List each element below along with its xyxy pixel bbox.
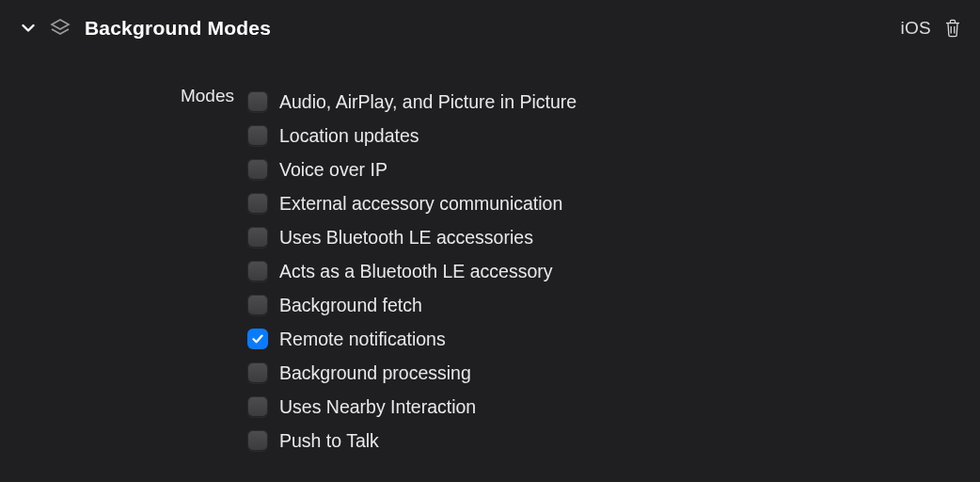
- mode-label: Remote notifications: [279, 329, 446, 350]
- mode-row: Remote notifications: [247, 322, 577, 356]
- mode-label: Acts as a Bluetooth LE accessory: [279, 261, 552, 282]
- mode-checkbox[interactable]: [247, 261, 268, 281]
- platform-tag: iOS: [900, 18, 931, 39]
- mode-checkbox[interactable]: [247, 295, 268, 315]
- mode-row: Background fetch: [247, 288, 577, 322]
- mode-row: External accessory communication: [247, 186, 577, 220]
- mode-label: Voice over IP: [279, 159, 387, 181]
- mode-checkbox[interactable]: [247, 193, 268, 214]
- disclosure-toggle[interactable]: [21, 22, 36, 35]
- mode-label: Uses Nearby Interaction: [279, 396, 476, 418]
- mode-row: Audio, AirPlay, and Picture in Picture: [247, 85, 577, 119]
- capability-icon: [49, 17, 71, 40]
- mode-label: Push to Talk: [279, 430, 379, 452]
- mode-checkbox[interactable]: [247, 159, 268, 180]
- mode-checkbox[interactable]: [247, 91, 268, 112]
- modes-list: Audio, AirPlay, and Picture in PictureLo…: [247, 85, 577, 458]
- capability-header: Background Modes iOS: [0, 0, 980, 49]
- mode-checkbox[interactable]: [247, 227, 268, 248]
- layers-icon: [49, 17, 71, 40]
- trash-icon: [944, 19, 961, 38]
- mode-label: Uses Bluetooth LE accessories: [279, 227, 533, 249]
- mode-row: Uses Bluetooth LE accessories: [247, 220, 577, 254]
- mode-row: Push to Talk: [247, 424, 577, 458]
- mode-label: Audio, AirPlay, and Picture in Picture: [279, 91, 577, 113]
- capability-title: Background Modes: [85, 17, 271, 40]
- mode-label: Background fetch: [279, 295, 422, 316]
- mode-checkbox[interactable]: [247, 329, 268, 349]
- mode-checkbox[interactable]: [247, 362, 268, 383]
- capability-content: Modes Audio, AirPlay, and Picture in Pic…: [0, 49, 980, 458]
- mode-label: External accessory communication: [279, 193, 562, 215]
- modes-section-label: Modes: [0, 85, 247, 458]
- mode-checkbox[interactable]: [247, 430, 268, 451]
- mode-row: Acts as a Bluetooth LE accessory: [247, 254, 577, 288]
- mode-checkbox[interactable]: [247, 396, 268, 417]
- mode-row: Location updates: [247, 119, 577, 153]
- delete-capability-button[interactable]: [942, 18, 963, 39]
- mode-row: Uses Nearby Interaction: [247, 390, 577, 424]
- chevron-down-icon: [22, 24, 35, 33]
- mode-label: Background processing: [279, 362, 471, 384]
- mode-label: Location updates: [279, 125, 419, 147]
- mode-row: Background processing: [247, 356, 577, 390]
- mode-checkbox[interactable]: [247, 125, 268, 146]
- checkmark-icon: [251, 332, 264, 345]
- mode-row: Voice over IP: [247, 153, 577, 186]
